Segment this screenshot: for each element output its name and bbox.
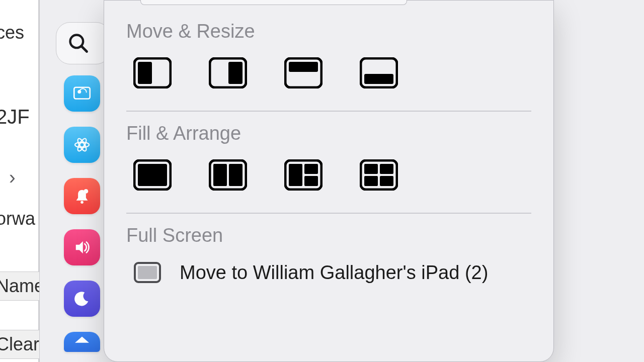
window-tiling-popover: Move & Resize Fill & Arrange Ful xyxy=(104,0,554,362)
notifications-icon[interactable] xyxy=(64,178,100,214)
search-icon xyxy=(67,32,90,54)
section-title-fill-arrange: Fill & Arrange xyxy=(126,123,531,144)
svg-rect-17 xyxy=(364,74,393,84)
svg-rect-30 xyxy=(364,176,378,186)
bg-text-fragment: orwa xyxy=(0,208,35,229)
arrange-fill-button[interactable] xyxy=(133,159,172,191)
svg-rect-22 xyxy=(229,164,243,186)
tile-top-half-button[interactable] xyxy=(284,57,323,88)
screensaver-icon[interactable] xyxy=(64,75,100,112)
forward-chevron-icon: › xyxy=(9,167,16,189)
bg-text-fragment: Name xyxy=(0,276,44,297)
sound-icon[interactable] xyxy=(64,229,100,265)
fill-arrange-row xyxy=(126,159,531,191)
section-title-full-screen: Full Screen xyxy=(126,225,531,246)
svg-rect-33 xyxy=(138,266,157,279)
svg-rect-24 xyxy=(289,164,302,186)
app-icon-partial[interactable] xyxy=(64,332,100,352)
bg-text-fragment: Clear xyxy=(0,334,39,355)
svg-rect-29 xyxy=(380,164,393,174)
svg-rect-21 xyxy=(213,164,227,186)
section-title-move-resize: Move & Resize xyxy=(126,21,531,42)
svg-point-4 xyxy=(80,143,85,147)
tile-right-half-button[interactable] xyxy=(209,57,247,88)
svg-rect-31 xyxy=(380,176,393,186)
svg-rect-11 xyxy=(138,62,152,84)
svg-rect-28 xyxy=(364,164,378,174)
tile-bottom-half-button[interactable] xyxy=(360,57,398,88)
svg-point-9 xyxy=(84,189,89,194)
bg-text-fragment: ces xyxy=(0,22,24,43)
svg-rect-13 xyxy=(228,62,243,84)
focus-icon[interactable] xyxy=(64,281,100,317)
move-resize-row xyxy=(126,57,531,88)
separator xyxy=(126,213,531,214)
move-to-ipad-item[interactable]: Move to William Gallagher's iPad (2) xyxy=(126,261,531,284)
svg-line-1 xyxy=(82,46,87,52)
svg-rect-15 xyxy=(289,62,318,72)
search-input[interactable] xyxy=(56,22,110,64)
arrange-two-columns-button[interactable] xyxy=(209,159,247,191)
svg-point-8 xyxy=(80,201,84,204)
photos-icon[interactable] xyxy=(64,127,100,163)
display-icon xyxy=(133,261,162,284)
arrange-four-quadrants-button[interactable] xyxy=(360,159,398,191)
move-to-ipad-label: Move to William Gallagher's iPad (2) xyxy=(180,262,488,284)
svg-rect-19 xyxy=(138,164,167,186)
svg-rect-26 xyxy=(304,176,318,186)
bg-text-fragment: 2JF xyxy=(0,106,30,128)
svg-rect-25 xyxy=(304,164,318,174)
arrange-three-panes-button[interactable] xyxy=(284,159,323,191)
tile-left-half-button[interactable] xyxy=(133,57,172,88)
separator xyxy=(126,111,531,112)
